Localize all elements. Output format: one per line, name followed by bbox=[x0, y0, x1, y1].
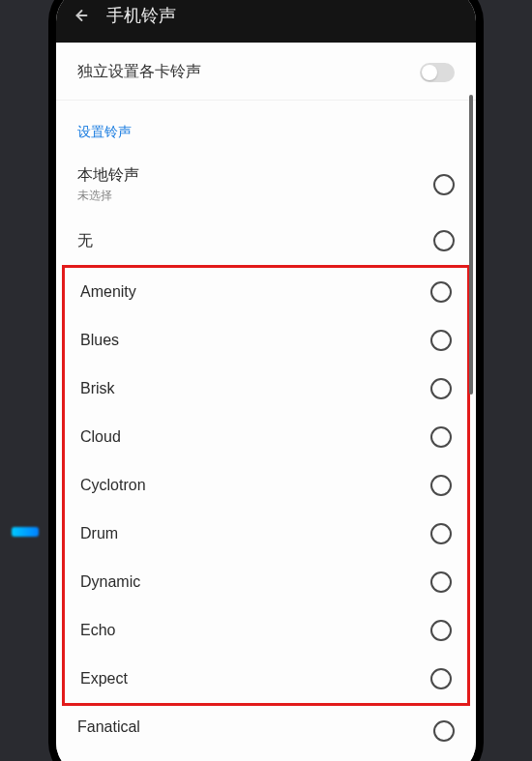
none-ringtone-item[interactable]: 无 bbox=[56, 217, 476, 265]
radio-button[interactable] bbox=[433, 174, 455, 195]
local-ringtone-item[interactable]: 本地铃声 未选择 bbox=[56, 153, 476, 217]
radio-button[interactable] bbox=[430, 330, 452, 351]
ringtone-item[interactable]: Cyclotron bbox=[65, 461, 467, 510]
ringtone-item[interactable]: Cloud bbox=[65, 413, 467, 461]
highlight-annotation: AmenityBluesBriskCloudCyclotronDrumDynam… bbox=[62, 265, 470, 706]
ringtone-item[interactable]: Brisk bbox=[65, 365, 467, 413]
ringtone-label: Brisk bbox=[80, 380, 115, 397]
ringtone-item[interactable]: Expect bbox=[65, 655, 467, 703]
radio-button[interactable] bbox=[430, 281, 452, 303]
radio-button[interactable] bbox=[430, 475, 452, 496]
content-area: 独立设置各卡铃声 设置铃声 本地铃声 未选择 无 AmenityBluesBri… bbox=[56, 43, 476, 761]
ringtone-label: Cloud bbox=[80, 428, 121, 446]
ringtone-label: Blues bbox=[80, 332, 119, 349]
ringtone-label: Echo bbox=[80, 622, 115, 639]
section-title: 设置铃声 bbox=[56, 101, 476, 153]
back-button[interactable] bbox=[70, 6, 89, 25]
ringtone-item[interactable]: Echo bbox=[65, 606, 467, 655]
ringtone-label: Drum bbox=[80, 525, 118, 542]
radio-button[interactable] bbox=[433, 230, 455, 251]
ringtone-item[interactable]: Fanatical bbox=[56, 706, 476, 736]
dual-sim-ringtone-label: 独立设置各卡铃声 bbox=[77, 62, 201, 82]
ringtone-item[interactable]: Amenity bbox=[65, 268, 467, 316]
scroll-indicator[interactable] bbox=[469, 95, 473, 395]
ringtone-label: Cyclotron bbox=[80, 477, 146, 494]
radio-button[interactable] bbox=[430, 378, 452, 399]
back-arrow-icon bbox=[70, 6, 89, 25]
none-ringtone-label: 无 bbox=[77, 231, 93, 251]
local-ringtone-title: 本地铃声 bbox=[77, 165, 139, 186]
radio-button[interactable] bbox=[430, 620, 452, 641]
ringtone-label: Amenity bbox=[80, 283, 136, 301]
dual-sim-ringtone-toggle-row[interactable]: 独立设置各卡铃声 bbox=[56, 43, 476, 101]
radio-button[interactable] bbox=[430, 523, 452, 544]
ringtone-label: Dynamic bbox=[80, 573, 140, 591]
page-title: 手机铃声 bbox=[106, 4, 176, 27]
ringtone-item[interactable]: Drum bbox=[65, 510, 467, 558]
local-ringtone-text: 本地铃声 未选择 bbox=[77, 165, 139, 204]
radio-button[interactable] bbox=[430, 571, 452, 593]
background-artifact bbox=[12, 527, 39, 537]
radio-button[interactable] bbox=[433, 720, 455, 742]
header-bar: 手机铃声 bbox=[56, 0, 476, 43]
radio-button[interactable] bbox=[430, 668, 452, 689]
local-ringtone-subtitle: 未选择 bbox=[77, 188, 139, 204]
ringtone-item[interactable]: Blues bbox=[65, 316, 467, 365]
ringtone-label: Expect bbox=[80, 670, 128, 688]
ringtone-item[interactable]: Dynamic bbox=[65, 558, 467, 606]
radio-button[interactable] bbox=[430, 426, 452, 448]
ringtone-list: AmenityBluesBriskCloudCyclotronDrumDynam… bbox=[65, 268, 467, 703]
phone-frame: 手机铃声 独立设置各卡铃声 设置铃声 本地铃声 未选择 无 AmenityBlu bbox=[48, 0, 484, 761]
phone-screen: 手机铃声 独立设置各卡铃声 设置铃声 本地铃声 未选择 无 AmenityBlu bbox=[56, 0, 476, 761]
ringtone-label: Fanatical bbox=[77, 718, 140, 736]
dual-sim-toggle[interactable] bbox=[420, 63, 455, 82]
